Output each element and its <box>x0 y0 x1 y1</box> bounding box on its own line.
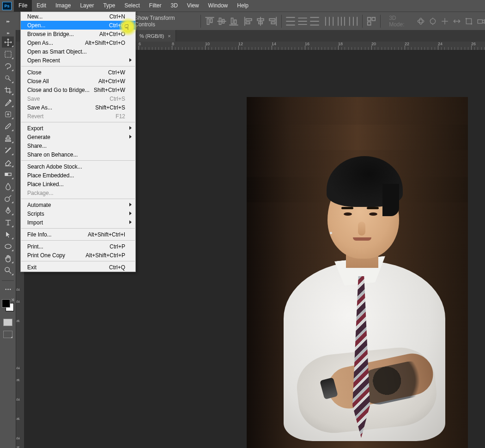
quick-select-tool[interactable] <box>2 73 14 84</box>
file-menu-import[interactable]: Import <box>21 218 135 227</box>
move-tool[interactable] <box>2 36 14 48</box>
swap-colors-icon[interactable]: ⤭ <box>11 297 15 302</box>
dist-bottom-icon[interactable] <box>309 16 320 26</box>
brush-tool[interactable] <box>2 121 14 132</box>
eraser-tool[interactable] <box>2 157 14 168</box>
screen-mode-button[interactable] <box>3 331 12 338</box>
svg-point-16 <box>5 289 6 290</box>
menu-item-label: Close <box>27 69 42 76</box>
3d-slide-icon[interactable] <box>453 17 461 25</box>
file-menu-open-as[interactable]: Open As...Alt+Shift+Ctrl+O <box>21 38 135 47</box>
menu-file[interactable]: File <box>14 0 32 12</box>
rect-marquee-tool[interactable] <box>2 48 14 60</box>
menu-window[interactable]: Window <box>204 0 233 12</box>
file-menu-search-adobe-stock[interactable]: Search Adobe Stock... <box>21 162 135 171</box>
pen-tool[interactable] <box>2 205 14 216</box>
menu-layer[interactable]: Layer <box>75 0 98 12</box>
file-menu-place-embedded[interactable]: Place Embedded... <box>21 171 135 180</box>
file-menu-exit[interactable]: ExitCtrl+Q <box>21 263 135 272</box>
align-hcenter-icon[interactable] <box>255 16 266 26</box>
menu-view[interactable]: View <box>182 0 204 12</box>
file-menu-save-as[interactable]: Save As...Shift+Ctrl+S <box>21 103 135 112</box>
menu-item-label: Open... <box>27 22 45 29</box>
eyedropper-tool[interactable] <box>2 97 14 108</box>
file-menu-open-as-smart-object[interactable]: Open as Smart Object... <box>21 47 135 56</box>
3d-orbit-icon[interactable] <box>417 17 425 25</box>
path-select-tool[interactable] <box>2 229 14 240</box>
menu-3d[interactable]: 3D <box>166 0 182 12</box>
file-menu-save: SaveCtrl+S <box>21 94 135 103</box>
menu-select[interactable]: Select <box>120 0 144 12</box>
toolbox-collapse-toggle[interactable]: ▸▸ <box>0 30 16 36</box>
3d-scale-icon[interactable] <box>465 17 473 25</box>
menu-item-shortcut: Ctrl+P <box>109 243 125 250</box>
close-icon[interactable]: × <box>168 33 170 39</box>
file-menu-file-info[interactable]: File Info...Alt+Shift+Ctrl+I <box>21 230 135 239</box>
svg-rect-7 <box>5 51 11 57</box>
file-menu-scripts[interactable]: Scripts <box>21 209 135 218</box>
menu-type[interactable]: Type <box>98 0 120 12</box>
zoom-tool[interactable] <box>2 265 14 276</box>
ellipse-tool[interactable] <box>2 241 14 252</box>
dist-hcenter-icon[interactable] <box>336 16 346 26</box>
menu-item-label: Automate <box>27 202 51 208</box>
menu-filter[interactable]: Filter <box>145 0 166 12</box>
quick-mask-toggle[interactable] <box>3 319 12 326</box>
document-tab[interactable]: % (RGB/8) × <box>135 30 176 42</box>
align-left-icon[interactable] <box>243 16 254 26</box>
dist-left-icon[interactable] <box>324 16 334 26</box>
file-menu-close[interactable]: CloseCtrl+W <box>21 68 135 77</box>
type-tool[interactable] <box>2 217 14 228</box>
menu-edit[interactable]: Edit <box>32 0 51 12</box>
submenu-arrow-icon <box>129 212 132 215</box>
file-menu-export[interactable]: Export <box>21 124 135 133</box>
align-bottom-icon[interactable] <box>229 16 239 26</box>
file-menu-automate[interactable]: Automate <box>21 200 135 209</box>
dist-vcenter-icon[interactable] <box>297 16 308 26</box>
edit-toolbar-button[interactable] <box>2 284 14 295</box>
file-menu-new[interactable]: New...Ctrl+N <box>21 12 135 21</box>
file-menu-close-all[interactable]: Close AllAlt+Ctrl+W <box>21 77 135 85</box>
blur-tool[interactable] <box>2 181 14 192</box>
3d-roll-icon[interactable] <box>429 17 437 25</box>
menu-item-label: Revert <box>27 113 43 120</box>
file-menu-share[interactable]: Share... <box>21 141 135 150</box>
menu-help[interactable]: Help <box>232 0 253 12</box>
crop-tool[interactable] <box>2 85 14 96</box>
3d-camera-icon[interactable] <box>477 17 485 25</box>
menu-item-label: Save As... <box>27 104 52 111</box>
file-menu-close-and-go-to-bridge[interactable]: Close and Go to Bridge...Shift+Ctrl+W <box>21 85 135 94</box>
ruler-tick: 22 <box>405 42 409 50</box>
submenu-arrow-icon <box>129 126 132 130</box>
file-menu-generate[interactable]: Generate <box>21 133 135 141</box>
menu-image[interactable]: Image <box>51 0 75 12</box>
gradient-tool[interactable] <box>2 169 14 180</box>
3d-pan-icon[interactable] <box>441 17 449 25</box>
history-brush-tool[interactable] <box>2 145 14 156</box>
align-vcenter-icon[interactable] <box>217 16 227 26</box>
auto-align-icon[interactable] <box>366 16 376 26</box>
file-menu-place-linked[interactable]: Place Linked... <box>21 180 135 188</box>
file-menu-print-one-copy[interactable]: Print One CopyAlt+Shift+Ctrl+P <box>21 251 135 260</box>
svg-point-5 <box>471 23 472 24</box>
file-menu-share-on-behance[interactable]: Share on Behance... <box>21 150 135 159</box>
align-top-icon[interactable] <box>205 16 215 26</box>
menu-item-shortcut: Alt+Shift+Ctrl+P <box>85 252 125 259</box>
dist-right-icon[interactable] <box>348 16 358 26</box>
lasso-tool[interactable] <box>2 61 14 72</box>
stamp-tool[interactable] <box>2 133 14 144</box>
file-menu-browse-in-bridge[interactable]: Browse in Bridge...Alt+Ctrl+O <box>21 30 135 38</box>
patch-tool[interactable] <box>2 109 14 120</box>
menu-item-shortcut: Alt+Shift+Ctrl+O <box>85 40 125 46</box>
align-right-icon[interactable] <box>267 16 278 26</box>
toolbox-expand-toggle[interactable]: ▸▸ <box>0 12 16 31</box>
file-menu-print[interactable]: Print...Ctrl+P <box>21 242 135 251</box>
file-menu-open-recent[interactable]: Open Recent <box>21 56 135 65</box>
dist-top-icon[interactable] <box>285 16 296 26</box>
hand-tool[interactable] <box>2 253 14 264</box>
foreground-color-swatch[interactable] <box>2 299 10 308</box>
dodge-tool[interactable] <box>2 193 14 204</box>
color-swatches[interactable]: ⤭ <box>1 298 15 312</box>
svg-point-0 <box>418 20 424 23</box>
file-menu-open[interactable]: Open...Ctrl+O <box>21 21 135 30</box>
